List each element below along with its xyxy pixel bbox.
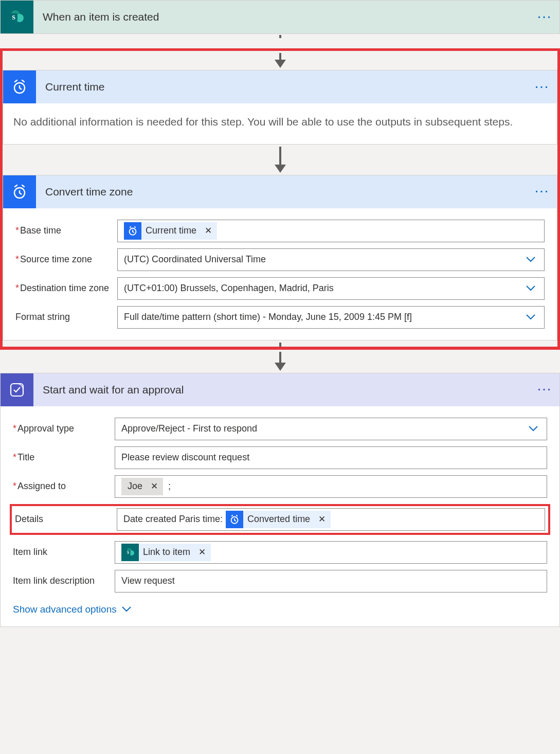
item-link-field[interactable]: S Link to item ✕ xyxy=(115,541,547,564)
source-tz-label: *Source time zone xyxy=(15,254,117,265)
convert-timezone-header[interactable]: Convert time zone ··· xyxy=(3,175,557,208)
approval-card: Start and wait for an approval ··· *Appr… xyxy=(0,373,560,627)
chevron-down-icon xyxy=(521,312,540,322)
ellipsis-icon: ··· xyxy=(535,81,550,93)
source-tz-value: (UTC) Coordinated Universal Time xyxy=(124,254,266,265)
connector-arrow xyxy=(3,51,557,70)
trigger-menu-button[interactable]: ··· xyxy=(531,11,559,23)
source-tz-select[interactable]: (UTC) Coordinated Universal Time xyxy=(117,248,545,271)
sharepoint-icon: S xyxy=(121,544,139,561)
item-link-desc-field[interactable]: View request xyxy=(115,570,547,593)
current-time-header[interactable]: Current time ··· xyxy=(3,70,557,103)
svg-text:S: S xyxy=(12,14,15,21)
connector-arrow xyxy=(0,350,560,373)
details-text: Date created Paris time: xyxy=(123,514,223,525)
connector-arrow xyxy=(3,340,557,347)
dest-tz-value: (UTC+01:00) Brussels, Copenhagen, Madrid… xyxy=(124,283,334,294)
format-string-select[interactable]: Full date/time pattern (short time) - Mo… xyxy=(117,306,545,329)
token-label: Converted time xyxy=(247,514,310,525)
token-remove-icon[interactable]: ✕ xyxy=(205,225,212,236)
current-time-message: No additional information is needed for … xyxy=(3,103,557,144)
current-time-card: Current time ··· No additional informati… xyxy=(3,70,557,145)
chevron-down-icon xyxy=(521,254,540,265)
approval-type-select[interactable]: Approve/Reject - First to respond xyxy=(115,418,547,440)
assigned-to-field[interactable]: Joe ✕ ; xyxy=(115,475,547,498)
svg-text:S: S xyxy=(127,550,129,555)
approval-title-value: Please review discount request xyxy=(121,452,249,463)
ellipsis-icon: ··· xyxy=(538,11,553,23)
chevron-down-icon xyxy=(524,423,543,434)
approval-title-field[interactable]: Please review discount request xyxy=(115,446,547,469)
item-link-desc-value: View request xyxy=(121,576,175,586)
base-time-field[interactable]: Current time ✕ xyxy=(117,220,545,242)
convert-timezone-card: Convert time zone ··· *Base time xyxy=(3,175,557,340)
highlight-box-details: Details Date created Paris time: Convert… xyxy=(10,504,550,535)
token-converted-time[interactable]: Converted time ✕ xyxy=(226,511,331,528)
separator: ; xyxy=(168,481,171,492)
token-link-to-item[interactable]: S Link to item ✕ xyxy=(121,544,211,561)
assigned-to-label: *Assigned to xyxy=(13,481,115,492)
trigger-header[interactable]: S When an item is created ··· xyxy=(1,1,559,33)
token-person[interactable]: Joe ✕ xyxy=(121,478,163,495)
clock-icon xyxy=(3,175,36,208)
approval-title-label: *Title xyxy=(13,452,115,463)
approval-type-value: Approve/Reject - First to respond xyxy=(121,423,257,434)
clock-icon xyxy=(3,70,36,103)
approval-icon xyxy=(1,373,33,406)
token-label: Link to item xyxy=(143,547,190,558)
token-current-time[interactable]: Current time ✕ xyxy=(124,222,217,240)
item-link-desc-label: Item link description xyxy=(13,576,115,586)
trigger-card: S When an item is created ··· xyxy=(0,0,560,34)
current-time-title: Current time xyxy=(36,81,528,93)
convert-timezone-title: Convert time zone xyxy=(36,186,528,198)
clock-icon xyxy=(124,222,141,240)
approval-menu-button[interactable]: ··· xyxy=(531,384,559,396)
format-string-label: Format string xyxy=(15,312,117,322)
token-label: Current time xyxy=(146,225,196,236)
token-remove-icon[interactable]: ✕ xyxy=(151,481,158,492)
show-advanced-options-toggle[interactable]: Show advanced options xyxy=(13,604,131,615)
approval-header[interactable]: Start and wait for an approval ··· xyxy=(1,373,559,406)
chevron-down-icon xyxy=(122,606,131,612)
token-remove-icon[interactable]: ✕ xyxy=(318,514,326,525)
token-remove-icon[interactable]: ✕ xyxy=(198,547,206,558)
approval-type-label: *Approval type xyxy=(13,423,115,434)
ellipsis-icon: ··· xyxy=(538,384,553,395)
chevron-down-icon xyxy=(521,283,540,294)
clock-icon xyxy=(226,511,243,528)
trigger-title: When an item is created xyxy=(33,11,531,23)
sharepoint-icon: S xyxy=(1,1,33,33)
base-time-label: *Base time xyxy=(15,225,117,236)
item-link-label: Item link xyxy=(13,547,115,558)
token-label: Joe xyxy=(128,481,142,492)
highlight-box-main: Current time ··· No additional informati… xyxy=(0,48,560,350)
approval-title: Start and wait for an approval xyxy=(33,384,531,396)
format-string-value: Full date/time pattern (short time) - Mo… xyxy=(124,312,412,322)
details-label: Details xyxy=(15,514,117,525)
current-time-menu-button[interactable]: ··· xyxy=(528,81,557,93)
advanced-label: Show advanced options xyxy=(13,604,117,615)
connector-arrow xyxy=(0,34,560,48)
dest-tz-label: *Destination time zone xyxy=(15,283,117,294)
details-field[interactable]: Date created Paris time: Converted time … xyxy=(117,508,545,531)
ellipsis-icon: ··· xyxy=(535,186,550,197)
connector-arrow xyxy=(3,145,557,175)
dest-tz-select[interactable]: (UTC+01:00) Brussels, Copenhagen, Madrid… xyxy=(117,277,545,300)
convert-timezone-menu-button[interactable]: ··· xyxy=(528,186,557,198)
